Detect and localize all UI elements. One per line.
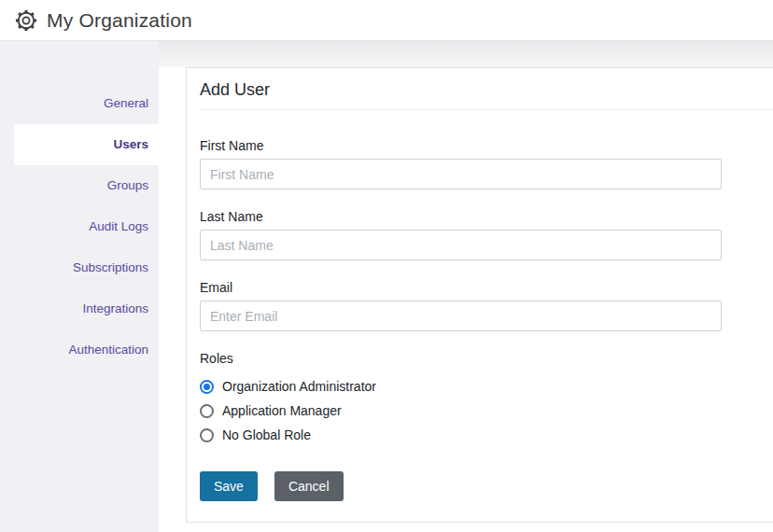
- sidebar-item-audit-logs[interactable]: Audit Logs: [0, 206, 159, 247]
- role-option-application-manager[interactable]: Application Manager: [200, 403, 773, 418]
- role-option-label: Organization Administrator: [222, 379, 376, 394]
- email-label: Email: [200, 280, 773, 295]
- app-title: My Organization: [47, 9, 192, 32]
- radio-unselected-icon[interactable]: [200, 404, 214, 418]
- sidebar-item-subscriptions[interactable]: Subscriptions: [0, 247, 159, 288]
- page-title: Add User: [200, 68, 773, 110]
- role-option-label: Application Manager: [222, 403, 342, 418]
- gear-icon: [14, 8, 38, 33]
- role-option-no-global-role[interactable]: No Global Role: [200, 427, 773, 442]
- form-actions: Save Cancel: [200, 471, 773, 501]
- first-name-label: First Name: [200, 138, 773, 153]
- add-user-panel: Add User First Name Last Name Email Role…: [186, 67, 773, 523]
- role-option-organization-administrator[interactable]: Organization Administrator: [200, 379, 773, 394]
- save-button[interactable]: Save: [200, 471, 258, 501]
- role-option-label: No Global Role: [222, 427, 311, 442]
- sidebar-item-groups[interactable]: Groups: [0, 165, 159, 206]
- sidebar-item-general[interactable]: General: [0, 83, 159, 124]
- last-name-label: Last Name: [200, 209, 773, 224]
- sidebar-nav: General Users Groups Audit Logs Subscrip…: [0, 41, 159, 532]
- radio-selected-icon[interactable]: [200, 380, 214, 394]
- radio-unselected-icon[interactable]: [200, 428, 214, 442]
- last-name-input[interactable]: [200, 230, 722, 260]
- roles-label: Roles: [200, 351, 773, 366]
- sidebar-item-authentication[interactable]: Authentication: [0, 329, 159, 371]
- header-shadow: [159, 41, 773, 67]
- first-name-input[interactable]: [200, 159, 722, 189]
- sidebar-item-integrations[interactable]: Integrations: [0, 288, 159, 329]
- cancel-button[interactable]: Cancel: [274, 471, 344, 501]
- email-input[interactable]: [200, 301, 722, 331]
- app-header: My Organization: [0, 0, 773, 41]
- sidebar-item-users[interactable]: Users: [14, 124, 159, 165]
